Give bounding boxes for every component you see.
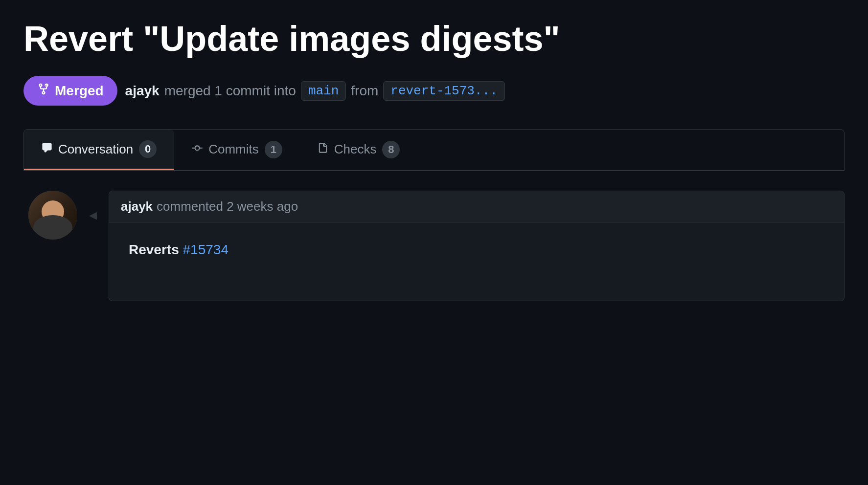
source-branch-tag[interactable]: revert-1573... <box>383 81 504 101</box>
comment-thread: ◂ ajayk commented 2 weeks ago Reverts #1… <box>28 191 845 301</box>
pr-meta-row: Merged ajayk merged 1 commit into main f… <box>23 76 845 106</box>
tab-commits-label: Commits <box>208 142 259 157</box>
avatar-face <box>28 191 77 240</box>
commits-icon <box>192 143 203 156</box>
tab-conversation-count: 0 <box>139 140 157 158</box>
checks-icon <box>318 143 328 156</box>
page-container: Revert "Update images digests" Merged aj… <box>0 0 868 301</box>
comment-body: Reverts #15734 <box>109 222 844 301</box>
pr-action-text: merged 1 commit into <box>164 83 296 99</box>
content-area: ◂ ajayk commented 2 weeks ago Reverts #1… <box>23 171 845 301</box>
tabs-container: Conversation 0 Commits 1 Checks 8 <box>23 129 845 171</box>
comment-arrow: ◂ <box>89 205 97 301</box>
comment-pr-link[interactable]: #15734 <box>183 242 228 257</box>
comment-timestamp: commented 2 weeks ago <box>157 199 298 214</box>
merged-badge: Merged <box>23 76 117 106</box>
merge-icon <box>37 83 50 99</box>
tab-checks-label: Checks <box>334 142 377 157</box>
comment-author[interactable]: ajayk <box>121 199 153 214</box>
tab-conversation[interactable]: Conversation 0 <box>24 130 174 170</box>
comment-bubble: ajayk commented 2 weeks ago Reverts #157… <box>109 191 845 301</box>
comment-header: ajayk commented 2 weeks ago <box>109 191 844 222</box>
pr-title: Revert "Update images digests" <box>23 20 845 58</box>
from-text: from <box>351 83 378 99</box>
tab-commits-count: 1 <box>265 141 282 158</box>
merged-badge-label: Merged <box>55 83 104 99</box>
target-branch-tag[interactable]: main <box>301 81 346 101</box>
pr-description: ajayk merged 1 commit into main from rev… <box>125 81 505 101</box>
tab-checks[interactable]: Checks 8 <box>300 130 418 170</box>
avatar <box>28 191 77 240</box>
pr-author[interactable]: ajayk <box>125 83 160 99</box>
tab-commits[interactable]: Commits 1 <box>174 130 300 170</box>
tab-conversation-label: Conversation <box>58 142 133 157</box>
comment-body-prefix: Reverts <box>129 242 183 257</box>
tab-checks-count: 8 <box>382 141 400 158</box>
conversation-icon <box>42 142 52 156</box>
avatar-container <box>28 191 77 301</box>
